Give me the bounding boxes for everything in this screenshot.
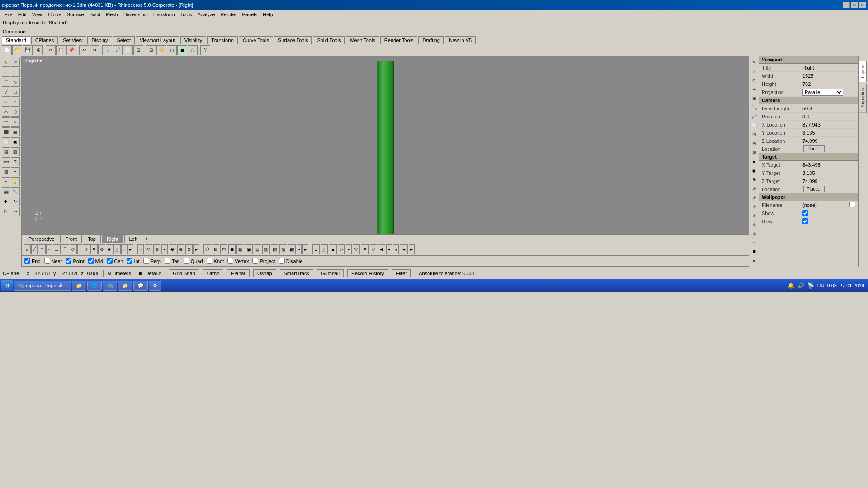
- rotate-tool[interactable]: ↻: [11, 197, 20, 206]
- side-icon-12[interactable]: ●: [750, 157, 758, 165]
- menu-item-dimension[interactable]: Dimension: [121, 11, 150, 18]
- side-icon-1[interactable]: ↖: [750, 58, 758, 66]
- minimize-button[interactable]: ─: [843, 2, 850, 8]
- command-line[interactable]: Command:: [0, 27, 868, 36]
- toolbar-tab-drafting[interactable]: Drafting: [418, 36, 444, 44]
- menu-item-edit[interactable]: Edit: [15, 11, 29, 18]
- side-icon-21[interactable]: ≡: [750, 239, 758, 247]
- zoom-window-button[interactable]: ⬜: [123, 45, 133, 55]
- side-icon-19[interactable]: ⊛: [750, 221, 758, 229]
- surface-tool[interactable]: ⬛: [2, 127, 11, 136]
- side-icon-9[interactable]: ⊡: [750, 130, 758, 138]
- select-tool[interactable]: ↖: [2, 58, 11, 67]
- smarttrack-button[interactable]: SmartTrack: [280, 269, 313, 277]
- snap-quad-btn[interactable]: ◇: [70, 244, 77, 254]
- side-icon-14[interactable]: ⊕: [750, 175, 758, 183]
- snap-r11[interactable]: ◃: [393, 244, 399, 254]
- menu-item-curve[interactable]: Curve: [45, 11, 64, 18]
- clipping-tool[interactable]: ✂: [11, 167, 20, 176]
- select-sub-tool[interactable]: ↗: [11, 58, 20, 67]
- taskbar-app-3[interactable]: 🦏: [103, 281, 117, 291]
- snap-r1[interactable]: ⊿: [312, 244, 320, 254]
- side-icon-5[interactable]: ⊞: [750, 94, 758, 102]
- snap-s10[interactable]: ▨: [279, 244, 287, 254]
- side-icon-22[interactable]: ≣: [750, 248, 758, 256]
- toolbar-tab-set-view[interactable]: Set View: [59, 36, 86, 44]
- snap-r5[interactable]: ▸: [346, 244, 352, 254]
- snap-t3[interactable]: ⊕: [153, 244, 160, 254]
- menu-item-file[interactable]: File: [2, 11, 15, 18]
- osnap-check-disable[interactable]: [279, 258, 285, 264]
- menu-item-analyze[interactable]: Analyze: [194, 11, 217, 18]
- render-button[interactable]: 🔆: [156, 45, 166, 55]
- snap-s2[interactable]: ⊞: [212, 244, 219, 254]
- osnap-item-project[interactable]: Project: [252, 258, 275, 264]
- snap-s11[interactable]: ▩: [288, 244, 296, 254]
- menu-item-transform[interactable]: Transform: [150, 11, 178, 18]
- side-icon-17[interactable]: ⊙: [750, 202, 758, 211]
- point-tool[interactable]: ·: [2, 68, 11, 77]
- side-icon-11[interactable]: ⊠: [750, 148, 758, 156]
- layers-tab[interactable]: Layers: [859, 61, 867, 82]
- snap-t2[interactable]: ◎: [145, 244, 152, 254]
- tab-front[interactable]: Front: [60, 235, 82, 243]
- cut-button[interactable]: ✂: [46, 45, 56, 55]
- osnap-item-knot[interactable]: Knot: [207, 258, 224, 264]
- light-tool[interactable]: 💡: [11, 177, 20, 186]
- snap-perp-btn[interactable]: ⊥: [53, 244, 61, 254]
- taskbar-app-4[interactable]: 📁: [118, 281, 132, 291]
- taskbar-app-6[interactable]: ⚙: [149, 281, 161, 291]
- show-checkbox[interactable]: [802, 210, 808, 216]
- camera-tool[interactable]: 📷: [2, 187, 11, 196]
- zoom-out-button[interactable]: 🔎: [113, 45, 123, 55]
- freeform-sub-tool[interactable]: ≈: [11, 117, 20, 127]
- freeform-tool[interactable]: 〰: [2, 117, 11, 127]
- tgt-place-button[interactable]: Place...: [803, 186, 825, 192]
- ellipse-tool[interactable]: ⬭: [2, 108, 11, 117]
- snap-r12[interactable]: ◄: [400, 244, 408, 254]
- gray-checkbox[interactable]: [802, 218, 808, 224]
- taskbar-app-explorer[interactable]: 📁: [72, 281, 86, 291]
- osnap-item-mid[interactable]: Mid: [88, 258, 104, 264]
- toolbar-tab-mesh-tools[interactable]: Mesh Tools: [346, 36, 379, 44]
- osnap-check-near[interactable]: [44, 258, 50, 264]
- snap-end-btn[interactable]: ↙: [24, 244, 31, 254]
- osnap-item-cen[interactable]: Cen: [107, 258, 123, 264]
- side-icon-expand[interactable]: «: [750, 257, 758, 265]
- arc-tool[interactable]: ◠: [2, 98, 11, 107]
- surface-sub-tool[interactable]: ▦: [11, 127, 20, 136]
- line-tool[interactable]: ╱: [2, 88, 11, 97]
- toolbar-tab-curve-tools[interactable]: Curve Tools: [239, 36, 273, 44]
- help-button[interactable]: ?: [200, 45, 210, 55]
- toolbar-tab-new-in-v5[interactable]: New in V5: [445, 36, 476, 44]
- snap-t6[interactable]: ⊗: [177, 244, 184, 254]
- zoom-all-button[interactable]: ⊡: [133, 45, 143, 55]
- snap-r9[interactable]: ◀: [378, 244, 385, 254]
- snap-t5[interactable]: ◉: [169, 244, 176, 254]
- shade-button[interactable]: ◼: [177, 45, 187, 55]
- toolbar-tab-solid-tools[interactable]: Solid Tools: [313, 36, 345, 44]
- taskbar-app-rhino[interactable]: 🦏 фрерат Первый...: [14, 281, 71, 291]
- toolbar-tab-visibility[interactable]: Visibility: [180, 36, 207, 44]
- snap-t1[interactable]: ○: [137, 244, 144, 254]
- osnap-item-vertex[interactable]: Vertex: [227, 258, 249, 264]
- side-icon-2[interactable]: ↗: [750, 67, 758, 75]
- menu-item-tools[interactable]: Tools: [178, 11, 195, 18]
- wire-button[interactable]: ◻: [167, 45, 177, 55]
- print-button[interactable]: 🖨: [33, 45, 43, 55]
- cam-place-button[interactable]: Place...: [803, 145, 825, 152]
- projection-select[interactable]: Parallel Perspective: [802, 89, 843, 96]
- snap-point-btn[interactable]: ·: [77, 244, 82, 254]
- snap-more3-btn[interactable]: ▸: [302, 244, 308, 254]
- filename-browse-checkbox[interactable]: [849, 202, 855, 207]
- snap-tool[interactable]: 🔧: [11, 187, 20, 196]
- new-button[interactable]: 📄: [2, 45, 12, 55]
- command-input[interactable]: [28, 29, 119, 34]
- osnap-button[interactable]: Osnap: [253, 269, 276, 277]
- hatch-tool[interactable]: ▧: [2, 167, 11, 176]
- snap-knot-btn[interactable]: ◈: [106, 244, 113, 254]
- properties-tab[interactable]: Properties: [859, 84, 867, 113]
- grid-button[interactable]: ⊞: [146, 45, 156, 55]
- side-icon-10[interactable]: ⊟: [750, 139, 758, 147]
- scale-tool[interactable]: ⇱: [2, 207, 11, 216]
